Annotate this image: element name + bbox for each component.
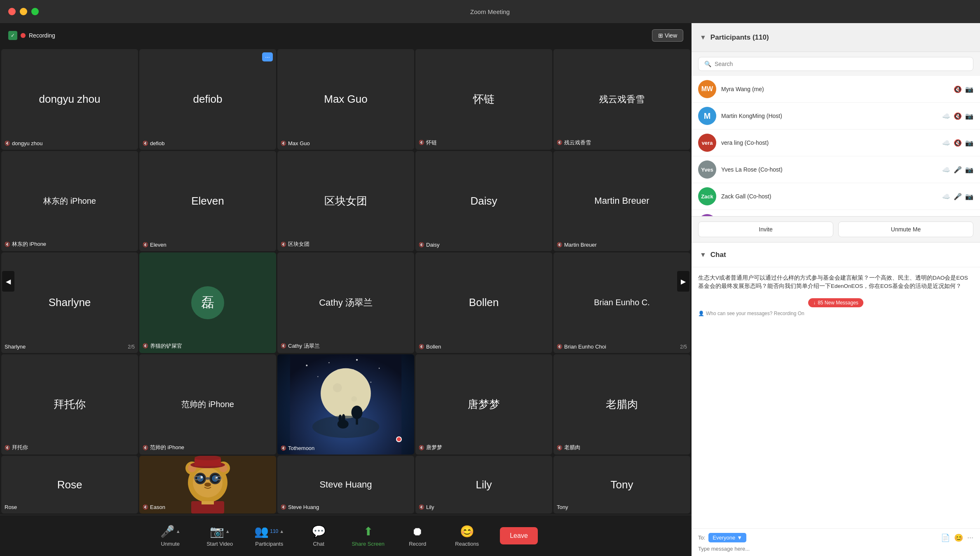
- chat-tool[interactable]: 💬 Chat: [302, 525, 335, 547]
- unmute-icon: 🎤: [954, 166, 962, 174]
- chat-title: Chat: [710, 251, 972, 259]
- mute-icon: 🔇: [281, 242, 286, 247]
- record-tool[interactable]: ⏺ Record: [401, 525, 434, 547]
- cell-name-large: 区块女团: [321, 194, 370, 208]
- maximize-button[interactable]: [31, 8, 39, 15]
- participants-title: Participants (110): [710, 33, 972, 42]
- cell-name-large: 老腊肉: [603, 397, 641, 412]
- participant-avatar: vera: [698, 134, 716, 152]
- unmute-tool[interactable]: 🎤 ▲ Unmute: [154, 525, 187, 547]
- everyone-dropdown[interactable]: Everyone ▼: [708, 533, 746, 542]
- titlebar: Zoom Meeting: [0, 0, 980, 23]
- search-icon: 🔍: [704, 61, 711, 67]
- invite-button[interactable]: Invite: [698, 221, 833, 237]
- cell-name-bottom: 🔇 Tothemoon: [281, 445, 314, 451]
- cell-name-bottom: 🔇 dongyu zhou: [5, 140, 42, 146]
- svg-point-31: [204, 483, 211, 487]
- mute-icon: 🔇: [281, 343, 286, 349]
- start-video-label: Start Video: [206, 541, 233, 547]
- char-avatar: 磊: [191, 286, 224, 319]
- recording-badge: ✓ Recording: [8, 31, 55, 40]
- view-button[interactable]: ⊞ View: [652, 29, 683, 42]
- main-content: ✓ Recording ⊞ View ◀ ▶ dongyu zhou 🔇 don…: [0, 23, 980, 556]
- cell-name-bottom: 🔇 defiob: [143, 140, 164, 146]
- more-button[interactable]: ···: [262, 52, 273, 61]
- participants-actions: Invite Unmute Me: [692, 216, 980, 242]
- mute-icon: 🔇: [143, 445, 148, 450]
- emoji-icon[interactable]: 😊: [954, 533, 963, 542]
- cell-lily: Lily 🔇 Lily: [415, 456, 552, 514]
- cell-name-bottom: 🔇 拜托你: [5, 444, 28, 451]
- minimize-button[interactable]: [20, 8, 27, 15]
- collapse-button[interactable]: ▼: [700, 34, 706, 41]
- svg-point-17: [352, 405, 363, 419]
- participant-name: Myra Wang (me): [721, 86, 949, 92]
- participants-arrow-icon: ▲: [279, 529, 284, 534]
- search-input[interactable]: [715, 61, 967, 67]
- mute-icon: 🔇: [419, 504, 424, 510]
- nav-left-arrow[interactable]: ◀: [2, 271, 14, 292]
- shield-icon: ✓: [8, 31, 17, 40]
- mute-icon: 🔇: [419, 140, 424, 145]
- right-panel: ▼ Participants (110) 🔍 MW Myra Wang (me)…: [692, 23, 980, 556]
- cell-name-large: 林东的 iPhone: [40, 196, 99, 207]
- chat-messages[interactable]: 生态大V或者普通用户可以通过什么样的方式参与基金会建言献策？一个高效、民主、透明…: [692, 267, 980, 528]
- reactions-tool[interactable]: 😊 Reactions: [450, 525, 483, 547]
- chat-footer: To: Everyone ▼ 📄 😊 ···: [692, 528, 980, 556]
- cell-daisy: Daisy 🔇 Daisy: [415, 151, 552, 252]
- participant-item-martin: M Martin KongMing (Host) ☁️ 🔇 📷: [692, 103, 980, 130]
- new-messages-badge[interactable]: ↓ 85 New Messages: [808, 298, 863, 307]
- more-options-icon[interactable]: ···: [967, 533, 973, 542]
- mute-icon: 🔇: [557, 242, 563, 247]
- svg-point-11: [352, 396, 357, 402]
- moon-scene-svg: [277, 354, 414, 455]
- new-messages-area: ↓ 85 New Messages: [698, 295, 973, 311]
- mute-icon: 🔇: [281, 445, 286, 451]
- cell-tangmengmeng: 唐梦梦 🔇 唐梦梦: [415, 354, 552, 455]
- leave-button[interactable]: Leave: [500, 527, 538, 544]
- cell-name-large: Cathy 汤翠兰: [316, 297, 376, 309]
- share-screen-tool[interactable]: ⬆ Share Screen: [352, 525, 384, 547]
- svg-rect-40: [202, 501, 214, 504]
- video-area: ✓ Recording ⊞ View ◀ ▶ dongyu zhou 🔇 don…: [0, 23, 692, 556]
- svg-point-14: [338, 415, 342, 422]
- share-screen-icon: ⬆: [363, 525, 373, 538]
- cell-lindong-iphone: 林东的 iPhone 🔇 林东的 iPhone: [1, 151, 138, 252]
- search-bar[interactable]: 🔍: [698, 57, 973, 71]
- participants-tool[interactable]: 👥 110 ▲ Participants: [253, 525, 286, 547]
- recording-indicator: [396, 436, 402, 442]
- mute-icon: 🔇: [557, 140, 563, 145]
- cell-name-large: 残云戏香雪: [596, 93, 648, 106]
- chat-section: ▼ Chat 生态大V或者普通用户可以通过什么样的方式参与基金会建言献策？一个高…: [692, 243, 980, 556]
- cell-max-guo: Max Guo 🔇 Max Guo: [277, 49, 414, 150]
- participants-label: Participants: [255, 541, 283, 547]
- cell-name-large: Max Guo: [321, 93, 371, 106]
- participant-icons: ☁️ 🔇 📷: [942, 112, 973, 120]
- cell-yangmao: 磊 🔇 养猫的铲屎官: [139, 252, 276, 353]
- participant-icons: 🔇 📷: [954, 85, 973, 93]
- cell-name-bottom: 🔇 Eleven: [143, 242, 166, 248]
- nav-right-arrow[interactable]: ▶: [677, 271, 689, 292]
- cell-name-large: Tony: [607, 478, 637, 491]
- participant-icons: ☁️ 🔇 📷: [942, 139, 973, 147]
- chat-icon: 💬: [312, 525, 326, 538]
- close-button[interactable]: [8, 8, 16, 15]
- cell-fanshuai-iphone: 范帅的 iPhone 🔇 范帅的 iPhone: [139, 354, 276, 455]
- cell-name-large: 唐梦梦: [464, 397, 503, 412]
- chat-input[interactable]: [698, 546, 973, 552]
- mute-icon: 🔇: [143, 504, 148, 510]
- top-bar: ✓ Recording ⊞ View: [0, 23, 692, 48]
- participant-name: Zack Gall (Co-host): [721, 193, 937, 200]
- cell-martin-breuer: Martin Breuer 🔇 Martin Breuer: [553, 151, 690, 252]
- unmute-me-button[interactable]: Unmute Me: [838, 221, 973, 237]
- cell-name-large: Eleven: [188, 195, 227, 207]
- start-video-tool[interactable]: 📷 ▲ Start Video: [203, 525, 236, 547]
- cell-eason: 🔇 Eason: [139, 456, 276, 514]
- cell-name-bottom: 🔇 唐梦梦: [419, 444, 442, 451]
- chat-collapse-button[interactable]: ▼: [700, 251, 706, 259]
- file-icon[interactable]: 📄: [941, 533, 950, 542]
- video-grid: ◀ ▶ dongyu zhou 🔇 dongyu zhou ··· defiob…: [0, 48, 692, 515]
- mute-icon: 🔇: [5, 141, 10, 146]
- unmute-label: Unmute: [161, 541, 180, 547]
- svg-point-2: [328, 362, 330, 363]
